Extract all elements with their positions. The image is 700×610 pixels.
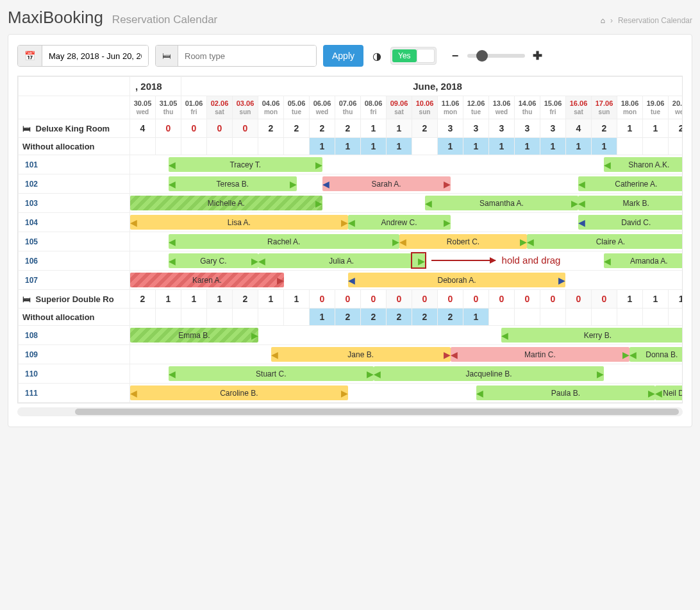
zoom-in-button[interactable]: ✚ xyxy=(531,49,543,63)
yes-no-toggle[interactable]: Yes xyxy=(390,47,437,65)
room-lane[interactable]: ◀Gary C.▶◀Julia A.▶◀Amanda A.hold and dr… xyxy=(130,251,683,271)
room-lane[interactable]: ◀Caroline B.▶◀Paula B.▶◀Neil D. xyxy=(130,384,683,403)
bar-start-icon: ◀ xyxy=(374,366,380,381)
room-number[interactable]: 103 xyxy=(19,194,130,213)
room-number[interactable]: 110 xyxy=(19,364,130,384)
booking-bar[interactable]: ◀Paula B.▶ xyxy=(476,385,656,400)
room-number[interactable]: 107 xyxy=(19,271,130,290)
booking-bar[interactable]: ◀Jacqueline B.▶ xyxy=(374,366,604,381)
date-header: 08.06fri xyxy=(361,96,387,119)
date-range-input[interactable] xyxy=(42,46,148,66)
room-number[interactable]: 108 xyxy=(19,326,130,345)
booking-bar[interactable]: ◀Robert C.▶ xyxy=(399,234,528,249)
horizontal-scrollbar[interactable] xyxy=(17,407,683,416)
booking-bar[interactable]: ◀Neil D. xyxy=(655,385,683,400)
room-lane[interactable]: ◀Stuart C.▶◀Jacqueline B.▶ xyxy=(130,364,683,384)
zoom-slider[interactable] xyxy=(467,54,525,58)
booking-bar[interactable]: ◀Amanda A. xyxy=(604,253,683,268)
availability-count: 0 xyxy=(515,290,540,309)
calendar-icon[interactable]: 📅 xyxy=(18,46,42,66)
room-lane[interactable]: Emma B.▶◀Kerry B.▶ xyxy=(130,326,683,345)
booking-bar[interactable]: ◀Tracey T.▶ xyxy=(169,157,322,172)
allocation-cell xyxy=(181,138,207,155)
booking-bar[interactable]: ◀Jane B.▶ xyxy=(271,347,451,362)
bar-start-icon: ◀ xyxy=(399,234,406,249)
roomtype-label[interactable]: 🛏 Deluxe King Room xyxy=(19,119,130,138)
booking-bar[interactable]: ◀Sharon A.K. xyxy=(604,157,683,172)
booking-guest-name: Tracey T. xyxy=(229,160,261,169)
room-lane[interactable]: ◀Rachel A.▶◀Robert C.▶◀Claire A. xyxy=(130,232,683,251)
zoom-out-button[interactable]: − xyxy=(449,49,461,63)
booking-bar[interactable]: ◀Samantha A.▶ xyxy=(425,196,579,210)
booking-bar[interactable]: ◀Kerry B.▶ xyxy=(501,328,683,343)
room-number[interactable]: 106 xyxy=(19,251,130,271)
booking-bar[interactable]: ◀Stuart C.▶ xyxy=(169,366,374,381)
booking-guest-name: Jacqueline B. xyxy=(465,369,512,378)
booking-guest-name: Neil D. xyxy=(663,389,683,398)
booking-bar[interactable]: Michelle A.▶ xyxy=(130,196,322,210)
booking-bar[interactable]: ◀Lisa A.▶ xyxy=(130,215,348,230)
booking-guest-name: Sarah A. xyxy=(372,180,401,189)
allocation-cell: 1 xyxy=(310,309,335,326)
allocation-cell xyxy=(617,138,643,155)
availability-count: 1 xyxy=(669,290,683,309)
room-number[interactable]: 111 xyxy=(19,384,130,403)
booking-guest-name: Mark B. xyxy=(623,199,649,208)
roomtype-label[interactable]: 🛏 Superior Double Ro xyxy=(19,290,130,309)
scrollbar-thumb[interactable] xyxy=(75,409,679,415)
booking-bar[interactable]: ◀Caroline B.▶ xyxy=(130,385,348,400)
annotation-arrow xyxy=(431,260,496,261)
booking-bar[interactable]: ◀Deborah A.▶ xyxy=(348,273,566,287)
date-header: 02.06sat xyxy=(207,96,233,119)
allocation-cell xyxy=(617,309,643,326)
availability-count: 4 xyxy=(130,119,156,138)
room-number[interactable]: 109 xyxy=(19,345,130,364)
booking-bar[interactable]: ◀David C.▶ xyxy=(578,215,683,230)
availability-count: 0 xyxy=(540,290,566,309)
booking-bar[interactable]: ◀Teresa B.▶ xyxy=(169,176,297,191)
room-lane[interactable]: Karen A.▶◀Deborah A.▶ xyxy=(130,271,683,290)
booking-bar[interactable]: ◀Andrew C.▶ xyxy=(348,215,451,230)
allocation-cell: 1 xyxy=(310,138,335,155)
booking-bar[interactable]: ◀Rachel A.▶ xyxy=(169,234,399,249)
bar-start-icon: ◀ xyxy=(322,176,329,191)
allocation-cell: 1 xyxy=(540,138,566,155)
room-number[interactable]: 101 xyxy=(19,155,130,174)
zoom-slider-thumb[interactable] xyxy=(476,50,488,62)
room-number[interactable]: 104 xyxy=(19,213,130,232)
booking-bar[interactable]: ◀Julia A.▶ xyxy=(258,253,425,268)
apply-button[interactable]: Apply xyxy=(323,45,363,67)
room-lane[interactable]: ◀Tracey T.▶◀Sharon A.K. xyxy=(130,155,683,174)
date-header: 20.06wed xyxy=(669,96,683,119)
booking-bar[interactable]: ◀Claire A. xyxy=(527,234,683,249)
allocation-cell xyxy=(284,138,310,155)
room-lane[interactable]: ◀Teresa B.▶◀Sarah A.▶◀Catherine A. xyxy=(130,174,683,194)
room-lane[interactable]: Michelle A.▶◀Samantha A.▶◀Mark B.▶ xyxy=(130,194,683,213)
bar-start-icon: ◀ xyxy=(501,328,508,343)
room-type-input[interactable] xyxy=(178,46,316,66)
home-icon[interactable]: ⌂ xyxy=(601,16,605,25)
date-header: 06.06wed xyxy=(310,96,335,119)
availability-count: 2 xyxy=(130,290,156,309)
booking-bar[interactable]: ◀Gary C.▶ xyxy=(169,253,258,268)
booking-bar[interactable]: Karen A.▶ xyxy=(130,273,284,287)
bar-start-icon: ◀ xyxy=(629,347,636,362)
bar-start-icon: ◀ xyxy=(169,176,175,191)
room-number[interactable]: 105 xyxy=(19,232,130,251)
booking-bar[interactable]: ◀Catherine A. xyxy=(578,176,683,191)
booking-bar[interactable]: Emma B.▶ xyxy=(130,328,258,343)
room-row: 105◀Rachel A.▶◀Robert C.▶◀Claire A. xyxy=(19,232,683,251)
room-row: 107Karen A.▶◀Deborah A.▶ xyxy=(19,271,683,290)
booking-bar[interactable]: ◀Martin C.▶ xyxy=(451,347,630,362)
bed-icon: 🛏 xyxy=(22,294,31,304)
booking-bar[interactable]: ◀Donna B. xyxy=(629,347,683,362)
booking-bar[interactable]: ◀Mark B.▶ xyxy=(578,196,683,210)
allocation-cell: 1 xyxy=(387,138,412,155)
allocation-cell xyxy=(233,138,258,155)
room-number[interactable]: 102 xyxy=(19,174,130,194)
calendar-scroll[interactable]: , 2018June, 201830.05wed31.05thu01.06fri… xyxy=(17,76,683,403)
availability-count: 2 xyxy=(669,119,683,138)
booking-bar[interactable]: ◀Sarah A.▶ xyxy=(322,176,451,191)
room-lane[interactable]: ◀Jane B.▶◀Martin C.▶◀Donna B. xyxy=(130,345,683,364)
room-lane[interactable]: ◀Lisa A.▶◀Andrew C.▶◀David C.▶ xyxy=(130,213,683,232)
